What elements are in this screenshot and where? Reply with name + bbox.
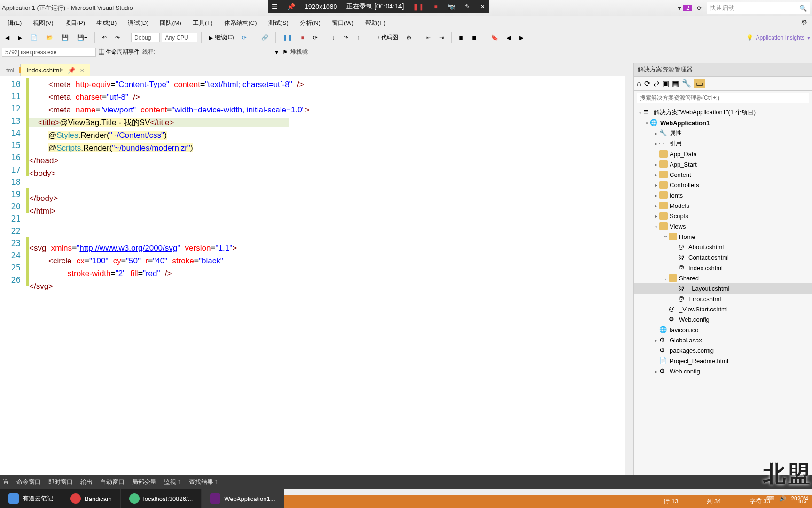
edit-icon[interactable]: ✎ — [465, 3, 470, 10]
menu-arch[interactable]: 体系结构(C) — [219, 17, 263, 29]
folder-fonts[interactable]: fonts — [670, 192, 683, 199]
code-editor[interactable]: 10 11 12 13 14 15 16 17 18 19 20 21 22 2… — [0, 76, 633, 489]
close-icon[interactable]: ✕ — [480, 3, 485, 10]
open-button[interactable]: 📂 — [43, 32, 56, 43]
feedback-icon[interactable]: ⟳ — [697, 5, 702, 12]
bookmark-button[interactable]: 🔖 — [488, 32, 501, 43]
tray-volume-icon[interactable]: 🔊 — [779, 495, 786, 502]
solution-search-input[interactable] — [637, 93, 809, 103]
file-error[interactable]: Error.cshtml — [688, 295, 721, 302]
comment-button[interactable]: ≣ — [455, 32, 467, 43]
menu-edit[interactable]: 辑(E) — [2, 17, 27, 29]
taskbar-browser[interactable]: localhost:30826/... — [121, 489, 202, 508]
redo-button[interactable]: ↷ — [112, 32, 123, 43]
continue-button[interactable]: ▶ 继续(C) — [205, 32, 237, 43]
pin-icon[interactable]: 📌 — [68, 67, 75, 74]
menu-project[interactable]: 项目(P) — [59, 17, 91, 29]
file-index[interactable]: Index.cshtml — [688, 264, 723, 271]
folder-models[interactable]: Models — [670, 202, 689, 209]
refresh-icon[interactable]: ⟳ — [644, 79, 650, 88]
file-globalasax[interactable]: Global.asax — [670, 337, 702, 344]
new-button[interactable]: 📄 — [27, 32, 41, 43]
refresh-button[interactable]: ⟳ — [239, 32, 250, 43]
close-tab-icon[interactable]: ✕ — [80, 68, 84, 73]
stop-icon[interactable]: ■ — [434, 3, 437, 10]
folder-appstart[interactable]: App_Start — [670, 161, 697, 168]
menu-build[interactable]: 生成(B) — [91, 17, 122, 29]
show-all-icon[interactable]: ▦ — [672, 79, 679, 88]
taskbar-bandicam[interactable]: Bandicam — [62, 489, 121, 508]
lifecycle-button[interactable]: ▦ 生命周期事件 — [99, 48, 140, 56]
menu-help[interactable]: 帮助(H) — [359, 17, 391, 29]
tab-index-cshtml[interactable]: Index.cshtml* 📌 ✕ — [20, 64, 90, 76]
folder-appdata[interactable]: App_Data — [670, 151, 697, 158]
save-button[interactable]: 💾 — [58, 32, 72, 43]
project-node[interactable]: WebApplication1 — [660, 119, 710, 127]
menu-analyze[interactable]: 分析(N) — [294, 17, 326, 29]
tab-other[interactable]: tml — [0, 64, 20, 76]
prev-bookmark-button[interactable]: ◀ — [503, 32, 514, 43]
codemap-button[interactable]: ⬚ 代码图 — [371, 32, 401, 43]
file-favicon[interactable]: favicon.ico — [670, 326, 698, 333]
nav-fwd-button[interactable]: ▶ — [15, 32, 25, 43]
platform-dropdown[interactable]: Any CPU — [162, 33, 197, 42]
stop-debug-button[interactable]: ■ — [297, 32, 307, 43]
hamburger-icon[interactable]: ☰ — [272, 3, 278, 10]
file-layout[interactable]: _Layout.cshtml — [688, 285, 729, 292]
sync-icon[interactable]: ⇄ — [653, 79, 659, 88]
uncomment-button[interactable]: ≣ — [468, 32, 480, 43]
pin-icon[interactable]: 📌 — [287, 3, 295, 10]
browser-link-button[interactable]: 🔗 — [258, 32, 272, 43]
menu-test[interactable]: 测试(S) — [263, 17, 294, 29]
pause-icon[interactable]: ❚❚ — [413, 3, 424, 10]
indent-button[interactable]: ⇤ — [423, 32, 434, 43]
preview-icon[interactable]: ▭ — [694, 79, 705, 88]
menu-team[interactable]: 团队(M) — [154, 17, 187, 29]
file-contact[interactable]: Contact.cshtml — [688, 254, 729, 261]
next-bookmark-button[interactable]: ▶ — [516, 32, 527, 43]
filter-button[interactable]: ▼ — [274, 49, 280, 56]
misc-button[interactable]: ⚙ — [403, 32, 415, 43]
folder-home[interactable]: Home — [679, 233, 695, 240]
step-into-button[interactable]: ↓ — [329, 32, 338, 43]
file-readme[interactable]: Project_Readme.html — [670, 357, 728, 365]
taskbar-youdao[interactable]: 有道云笔记 — [0, 489, 62, 508]
folder-shared[interactable]: Shared — [679, 275, 699, 282]
folder-controllers[interactable]: Controllers — [670, 182, 699, 189]
tray-ime-icon[interactable]: ⌨ — [766, 495, 774, 502]
collapse-icon[interactable]: ▣ — [662, 79, 669, 88]
btab-watch[interactable]: 监视 1 — [164, 478, 181, 486]
properties-icon[interactable]: 🔧 — [682, 79, 691, 88]
app-insights-button[interactable]: 💡 Application Insights ▾ — [746, 34, 810, 41]
folder-content[interactable]: Content — [670, 171, 691, 178]
menu-window[interactable]: 窗口(W) — [326, 17, 359, 29]
flag-button[interactable]: ⚑ — [282, 49, 288, 56]
btab-settings[interactable]: 置 — [3, 478, 9, 486]
config-dropdown[interactable]: Debug — [131, 33, 160, 42]
btab-output[interactable]: 输出 — [80, 478, 93, 486]
notification-flag-icon[interactable]: ▼2 — [676, 5, 692, 12]
menu-debug[interactable]: 调试(D) — [122, 17, 154, 29]
nav-back-button[interactable]: ◀ — [2, 32, 13, 43]
process-dropdown[interactable]: 5792] iisexpress.exe — [2, 48, 96, 57]
folder-scripts[interactable]: Scripts — [670, 213, 688, 220]
undo-button[interactable]: ↶ — [99, 32, 110, 43]
editor-scrollmap[interactable] — [625, 76, 633, 489]
quick-launch-input[interactable]: 快速启动 🔍 — [707, 2, 810, 14]
tray-date[interactable]: 2020/4 — [791, 495, 808, 502]
taskbar-vs[interactable]: WebApplication1... — [202, 489, 284, 508]
code-content[interactable]: <meta http-equiv="Content-Type" content=… — [29, 76, 625, 489]
btab-findresults[interactable]: 查找结果 1 — [189, 478, 219, 486]
file-webconfig[interactable]: Web.config — [670, 368, 700, 375]
save-all-button[interactable]: 💾+ — [74, 32, 91, 43]
file-webconfig-views[interactable]: Web.config — [679, 316, 710, 323]
menu-tools[interactable]: 工具(T) — [187, 17, 219, 29]
btab-autos[interactable]: 自动窗口 — [100, 478, 125, 486]
tray-icon[interactable]: ▲ — [756, 495, 762, 502]
solution-root[interactable]: 解决方案"WebApplication1"(1 个项目) — [654, 108, 756, 117]
file-viewstart[interactable]: _ViewStart.cshtml — [679, 306, 728, 313]
pause-debug-button[interactable]: ❚❚ — [280, 32, 296, 43]
folder-views[interactable]: Views — [670, 223, 686, 230]
outdent-button[interactable]: ⇥ — [436, 32, 447, 43]
btab-command[interactable]: 命令窗口 — [16, 478, 41, 486]
